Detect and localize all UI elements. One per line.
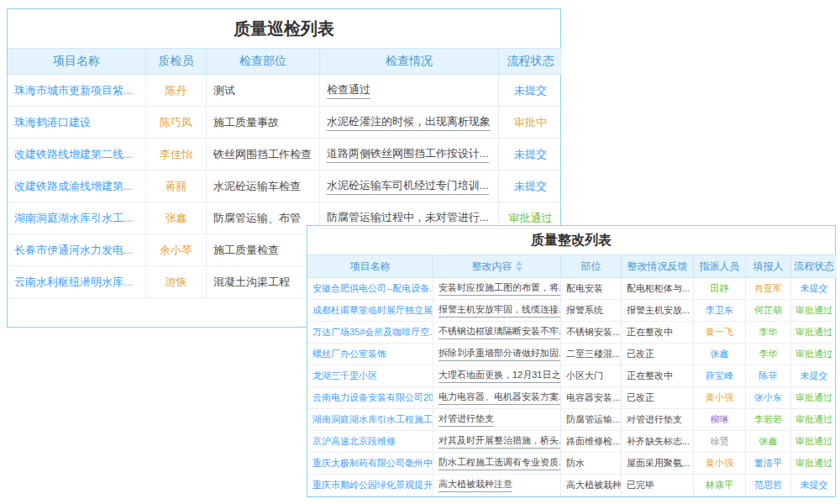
content-text: 高大植被栽种注意 bbox=[438, 478, 512, 492]
status-cell: 审批通过 bbox=[791, 387, 837, 409]
status-badge: 审批通过 bbox=[509, 211, 553, 226]
rectification-table-body: 安徽合肥供电公司--配电设备...安装时应按施工图的布置，将...配电安装配电柜… bbox=[307, 278, 835, 496]
project-link[interactable]: 珠海市城市更新项目紫... bbox=[14, 83, 133, 98]
table-row: 云南电力设备安装有限公司20...电力电容器、电机器安装方案...电容器安装..… bbox=[307, 387, 835, 409]
location-cell: 混凝土沟渠工程 bbox=[207, 266, 320, 298]
feedback-text: 已改正 bbox=[627, 348, 654, 360]
assignee-cell: 黄小强 bbox=[694, 387, 746, 409]
part-cell: 报警系统 bbox=[561, 300, 622, 322]
project-link[interactable]: 改建铁路线增建第二线... bbox=[14, 147, 133, 162]
column-header-label: 指派人员 bbox=[700, 260, 740, 274]
project-link[interactable]: 湖南洞庭湖水库引水工程施工1标 bbox=[312, 413, 433, 426]
inspector-name: 游恢 bbox=[165, 275, 187, 290]
table-row: 改建铁路成渝线增建第...蒋丽水泥砼运输车检查水泥砼运输车司机经过专门培训...… bbox=[8, 171, 560, 202]
content-cell: 电力电容器、电机器安装方案... bbox=[433, 387, 561, 409]
status-badge: 审批中 bbox=[514, 115, 547, 130]
part-cell: 路面维修检... bbox=[561, 431, 622, 453]
assignee-name: 张鑫 bbox=[711, 348, 729, 360]
content-cell: 对其及时开展整治措施，桥头... bbox=[433, 431, 561, 453]
reporter-name: 张小东 bbox=[754, 391, 782, 404]
project-link[interactable]: 云南电力设备安装有限公司20... bbox=[312, 391, 433, 404]
feedback-cell: 已改正 bbox=[622, 387, 694, 409]
situation-text: 防腐管运输过程中，未对管进行... bbox=[327, 210, 489, 227]
part-text: 不锈钢安装... bbox=[566, 326, 620, 339]
part-text: 报警系统 bbox=[566, 304, 603, 317]
assignee-cell: 薛宝峰 bbox=[694, 365, 746, 387]
project-link[interactable]: 万达广场35#会所及咖啡厅空... bbox=[312, 326, 433, 339]
project-link[interactable]: 长春市伊通河水力发电... bbox=[14, 243, 133, 258]
status-cell: 未提交 bbox=[791, 278, 837, 300]
project-link[interactable]: 湖南洞庭湖水库引水工... bbox=[14, 211, 133, 226]
content-cell: 大理石地面更换，12月31日之... bbox=[433, 365, 561, 387]
status-cell: 审批中 bbox=[499, 107, 562, 139]
status-badge: 未提交 bbox=[514, 83, 547, 98]
location-text: 测试 bbox=[213, 83, 235, 98]
status-cell: 审批通过 bbox=[791, 344, 837, 365]
inspector-cell: 游恢 bbox=[146, 266, 207, 298]
part-cell: 小区大门 bbox=[561, 365, 622, 387]
column-header: 检查情况 bbox=[320, 48, 499, 75]
feedback-text: 补齐缺失标志... bbox=[627, 435, 690, 448]
project-link[interactable]: 螺丝厂办公室装饰 bbox=[312, 348, 386, 360]
project-name-cell: 云南水利枢纽潜明水库... bbox=[8, 266, 146, 298]
table-row: 珠海市城市更新项目紫...陈丹测试检查通过未提交 bbox=[8, 75, 560, 107]
content-text: 对其及时开展整治措施，桥头... bbox=[438, 434, 561, 449]
project-name-cell: 湖南洞庭湖水库引水工程施工1标 bbox=[307, 409, 433, 431]
sort-icon[interactable] bbox=[516, 261, 522, 271]
column-header: 整改内容 bbox=[433, 255, 561, 278]
project-link[interactable]: 安徽合肥供电公司--配电设备... bbox=[312, 282, 433, 295]
content-text: 电力电容器、电机器安装方案... bbox=[438, 391, 561, 405]
content-text: 不锈钢边框玻璃隔断安装不牢... bbox=[438, 325, 561, 339]
table-row: 龙湖三千里小区大理石地面更换，12月31日之...小区大门正在整改中薛宝峰陈菲未… bbox=[307, 365, 835, 387]
status-badge: 审批通过 bbox=[795, 391, 832, 404]
feedback-text: 配电柜柜体与... bbox=[627, 282, 690, 295]
assignee-cell: 李卫东 bbox=[694, 300, 746, 322]
column-header-label: 整改情况反馈 bbox=[627, 260, 688, 274]
column-header-label: 检查情况 bbox=[386, 54, 433, 69]
location-text: 混凝土沟渠工程 bbox=[213, 275, 290, 290]
feedback-cell: 正在整改中 bbox=[622, 365, 694, 387]
project-link[interactable]: 重庆太极制药有限公司毫州中... bbox=[312, 457, 433, 470]
inspector-name: 余小琴 bbox=[160, 243, 192, 258]
part-cell: 防腐管运输... bbox=[561, 409, 622, 431]
status-badge: 未提交 bbox=[801, 370, 828, 382]
project-link[interactable]: 龙湖三千里小区 bbox=[312, 370, 377, 382]
project-name-cell: 重庆市鹅岭公园绿化景观提升... bbox=[307, 475, 433, 496]
status-cell: 审批通过 bbox=[791, 409, 837, 431]
project-link[interactable]: 珠海鹤港口建设 bbox=[14, 115, 91, 130]
feedback-cell: 已完毕 bbox=[622, 475, 694, 496]
status-cell: 未提交 bbox=[791, 475, 837, 496]
reporter-name: 肖亚军 bbox=[754, 282, 782, 295]
situation-text: 水泥砼运输车司机经过专门培训... bbox=[327, 178, 489, 195]
inspector-name: 李佳怡 bbox=[160, 147, 192, 162]
inspector-name: 张鑫 bbox=[165, 211, 187, 226]
reporter-cell: 董清平 bbox=[746, 453, 791, 475]
reporter-cell: 李华 bbox=[746, 344, 791, 365]
part-text: 路面维修检... bbox=[566, 435, 620, 448]
assignee-name: 林康平 bbox=[706, 479, 733, 491]
assignee-name: 柳琳 bbox=[711, 413, 729, 426]
project-name-cell: 万达广场35#会所及咖啡厅空... bbox=[307, 322, 433, 344]
project-link[interactable]: 京沪高速北京段维修 bbox=[312, 435, 396, 448]
content-cell: 不锈钢边框玻璃隔断安装不牢... bbox=[433, 322, 561, 344]
project-link[interactable]: 成都杜甫草堂临时展厅独立展... bbox=[312, 304, 433, 317]
content-text: 防水工程施工选调有专业资质... bbox=[438, 456, 561, 470]
project-link[interactable]: 改建铁路成渝线增建第... bbox=[14, 179, 133, 194]
content-cell: 高大植被栽种注意 bbox=[433, 475, 561, 496]
part-cell: 电容器安装... bbox=[561, 387, 622, 409]
inspector-cell: 张鑫 bbox=[146, 202, 207, 234]
table-row: 螺丝厂办公室装饰拆除到承重墙部分请做好加固...二至三楼混...已改正张鑫李华审… bbox=[307, 344, 835, 365]
inspector-cell: 李佳怡 bbox=[146, 139, 207, 171]
reporter-cell: 何芷萌 bbox=[746, 300, 791, 322]
inspection-header-row: 项目名称质检员检查部位检查情况流程状态 bbox=[8, 48, 560, 75]
table-row: 重庆太极制药有限公司毫州中...防水工程施工选调有专业资质...防水屋面采用聚氨… bbox=[307, 453, 835, 475]
reporter-cell: 陈菲 bbox=[746, 365, 791, 387]
location-text: 防腐管运输、布管 bbox=[213, 211, 301, 226]
project-link[interactable]: 重庆市鹅岭公园绿化景观提升... bbox=[312, 479, 433, 491]
project-link[interactable]: 云南水利枢纽潜明水库... bbox=[14, 275, 133, 290]
content-text: 安装时应按施工图的布置，将... bbox=[438, 281, 561, 296]
column-header: 流程状态 bbox=[791, 255, 837, 278]
project-name-cell: 改建铁路成渝线增建第... bbox=[8, 171, 146, 202]
column-header: 部位 bbox=[561, 255, 622, 278]
feedback-cell: 配电柜柜体与... bbox=[622, 278, 694, 300]
